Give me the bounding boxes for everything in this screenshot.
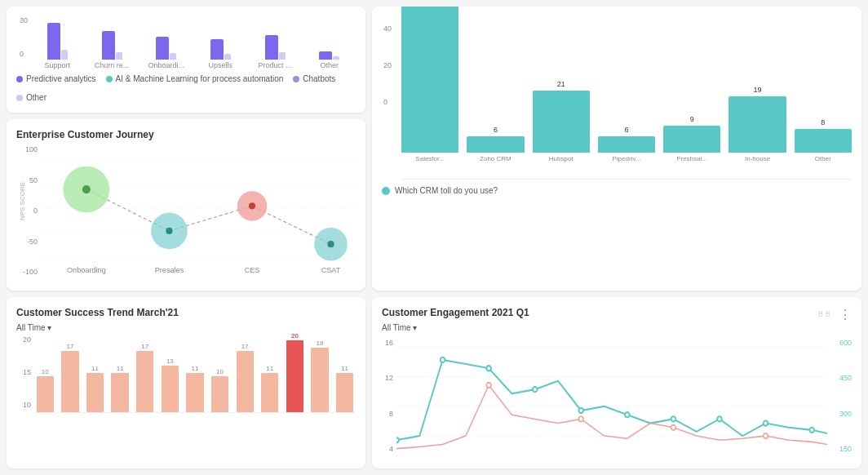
trend-bar-3 bbox=[86, 373, 104, 412]
trend-bar-11 bbox=[286, 340, 303, 412]
crm-val-inhouse: 19 bbox=[754, 86, 762, 94]
trend-bar-8 bbox=[211, 376, 228, 412]
eng-dot bbox=[671, 416, 676, 421]
drag-icon: ⠿⠿ bbox=[817, 310, 832, 319]
journey-y-neg100: -100 bbox=[23, 268, 38, 276]
top-left-card: 30 0 Support Churn re... bbox=[7, 7, 365, 113]
crm-label-salesforce: Salesfor... bbox=[415, 155, 445, 162]
svg-text:Presales: Presales bbox=[155, 266, 184, 274]
journey-y-neg50: -50 bbox=[27, 238, 38, 246]
crm-val-other: 8 bbox=[821, 118, 825, 127]
crm-val-fresh: 9 bbox=[690, 115, 694, 123]
legend-label-chatbots: Chatbots bbox=[303, 74, 335, 83]
eng-y-8: 8 bbox=[389, 410, 393, 418]
eng-dot bbox=[441, 357, 445, 362]
eng-dot bbox=[486, 366, 491, 371]
svg-text:CES: CES bbox=[245, 266, 260, 274]
chevron-down-icon-engagement: ▾ bbox=[413, 323, 417, 332]
chevron-down-icon: ▾ bbox=[47, 323, 51, 332]
trend-y-15: 15 bbox=[23, 368, 31, 376]
crm-card: 40 20 0 Salesfor... 6 Zoho CRM 21 Hubspo… bbox=[372, 7, 861, 291]
crm-label-hubspot: Hubspot bbox=[549, 155, 574, 162]
legend-dot-chatbots bbox=[293, 76, 299, 82]
eng-dot bbox=[396, 437, 399, 442]
trend-val-9: 17 bbox=[241, 343, 249, 350]
trend-bar-4 bbox=[111, 373, 128, 412]
engagement-all-time[interactable]: All Time ▾ bbox=[382, 323, 529, 332]
trend-bar-5 bbox=[136, 351, 153, 412]
eng-y-12: 12 bbox=[385, 374, 393, 382]
legend-label-predictive: Predictive analytics bbox=[26, 74, 96, 83]
trend-bar-2 bbox=[61, 351, 78, 412]
legend-label-other: Other bbox=[26, 93, 46, 102]
trend-val-13: 11 bbox=[341, 365, 348, 372]
trend-title: Customer Success Trend March'21 bbox=[16, 307, 356, 318]
crm-legend: Which CRM toll do you use? bbox=[382, 186, 852, 195]
journey-svg: Onboarding Presales CES CSAT bbox=[41, 145, 356, 276]
legend-chatbots: Chatbots bbox=[293, 74, 335, 83]
journey-card: Enterprise Customer Journey NPS SCORE 10… bbox=[7, 119, 365, 291]
eng-dot bbox=[809, 428, 814, 433]
bar-upsells: Upsells bbox=[197, 19, 244, 69]
trend-val-7: 11 bbox=[192, 365, 199, 372]
trend-bar-1 bbox=[37, 376, 54, 412]
journey-y-label: NPS SCORE bbox=[19, 182, 26, 220]
legend-dot-ai bbox=[106, 76, 113, 82]
crm-legend-dot bbox=[382, 187, 390, 195]
more-options-button[interactable]: ⋮ bbox=[839, 307, 852, 322]
crm-label-fresh: Freshsal... bbox=[677, 155, 707, 162]
svg-text:Onboarding: Onboarding bbox=[67, 266, 106, 274]
crm-val-hubspot: 21 bbox=[557, 80, 565, 88]
legend-predictive: Predictive analytics bbox=[16, 74, 96, 83]
trend-bar-7 bbox=[186, 373, 203, 412]
engagement-svg bbox=[396, 339, 827, 457]
trend-bar-13 bbox=[336, 373, 353, 412]
trend-val-10: 11 bbox=[266, 365, 273, 372]
trend-bar-9 bbox=[237, 351, 254, 412]
bar-churn: Churn re... bbox=[89, 19, 135, 69]
crm-label-pipe: Pipedriv... bbox=[612, 155, 640, 162]
journey-y-100: 100 bbox=[25, 145, 38, 153]
eng-dot-salmon bbox=[578, 416, 583, 421]
legend-other: Other bbox=[16, 93, 46, 102]
crm-val-pipe: 6 bbox=[624, 126, 628, 134]
trend-val-12: 18 bbox=[317, 340, 324, 347]
trend-val-4: 11 bbox=[117, 365, 124, 372]
trend-all-time[interactable]: All Time ▾ bbox=[16, 323, 356, 332]
dot-presales bbox=[166, 228, 172, 234]
trend-y-10: 10 bbox=[23, 401, 31, 409]
journey-title: Enterprise Customer Journey bbox=[16, 129, 356, 140]
bar-other: Other bbox=[306, 19, 352, 69]
engagement-salmon-line bbox=[396, 385, 827, 449]
trend-bar-6 bbox=[162, 366, 179, 412]
dot-csat bbox=[327, 241, 334, 247]
bar-product-label: Product ... bbox=[259, 61, 292, 69]
legend-dot-other bbox=[16, 95, 23, 101]
trend-val-11: 20 bbox=[291, 332, 299, 340]
eng-dot bbox=[764, 420, 768, 425]
trend-bar-12 bbox=[311, 348, 328, 412]
trend-bar-10 bbox=[261, 373, 278, 412]
crm-legend-label: Which CRM toll do you use? bbox=[395, 186, 498, 195]
legend-label-ai: AI & Machine Learning for process automa… bbox=[116, 74, 284, 83]
svg-text:CSAT: CSAT bbox=[321, 266, 341, 274]
crm-label-other: Other bbox=[815, 155, 831, 162]
engagement-title: Customer Engagement 2021 Q1 bbox=[382, 307, 529, 318]
eng-dot bbox=[533, 387, 538, 392]
bar-churn-label: Churn re... bbox=[95, 61, 130, 69]
eng-dot bbox=[717, 416, 722, 421]
journey-y-50: 50 bbox=[29, 176, 38, 184]
trend-val-8: 10 bbox=[216, 368, 224, 375]
crm-label-zoho: Zoho CRM bbox=[480, 155, 512, 162]
bar-support: Support bbox=[34, 19, 81, 69]
eng-dot-salmon bbox=[764, 433, 768, 438]
trend-val-5: 17 bbox=[141, 343, 148, 350]
eng-yr-450: 450 bbox=[827, 374, 852, 382]
eng-yr-300: 300 bbox=[827, 410, 852, 418]
crm-val-zoho: 6 bbox=[494, 126, 498, 134]
legend-ai: AI & Machine Learning for process automa… bbox=[106, 74, 284, 83]
eng-yr-150: 150 bbox=[827, 445, 852, 453]
legend-dot-predictive bbox=[16, 76, 23, 82]
eng-dot-salmon bbox=[486, 383, 491, 388]
engagement-teal-line bbox=[396, 360, 827, 440]
